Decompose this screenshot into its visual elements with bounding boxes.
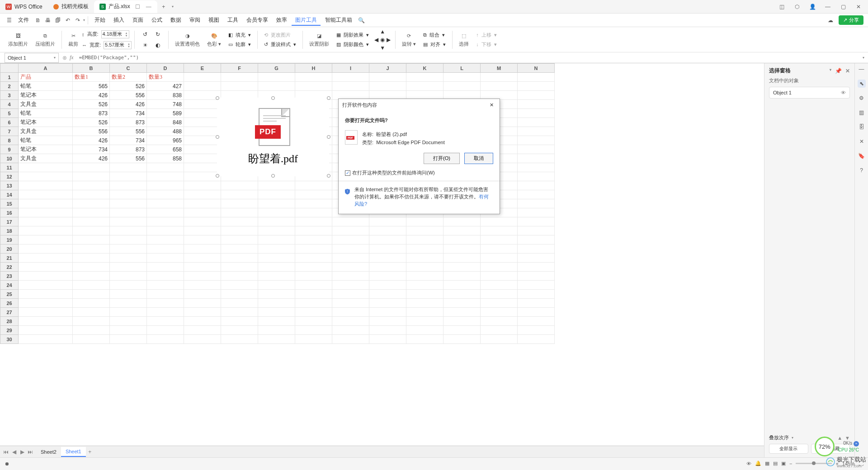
- chevron-down-icon[interactable]: ▾: [54, 56, 56, 60]
- cell[interactable]: [110, 226, 147, 235]
- cell[interactable]: [369, 254, 406, 263]
- cell[interactable]: [147, 308, 184, 317]
- cell[interactable]: [406, 254, 443, 263]
- cell[interactable]: [518, 199, 555, 208]
- cell[interactable]: [406, 244, 443, 254]
- undo-dropdown-icon[interactable]: ▾: [83, 18, 85, 22]
- cell[interactable]: [332, 326, 369, 335]
- cell[interactable]: [518, 235, 555, 244]
- cell[interactable]: [369, 226, 406, 235]
- cell[interactable]: [258, 190, 295, 199]
- cell[interactable]: [184, 100, 221, 109]
- stack-dropdown-icon[interactable]: ▾: [792, 436, 793, 440]
- tab-wps-home[interactable]: W WPS Office: [0, 0, 48, 13]
- cell[interactable]: [295, 254, 332, 263]
- undo-icon[interactable]: ↶: [63, 16, 72, 25]
- dropdown-icon[interactable]: ▾: [830, 68, 831, 74]
- cell[interactable]: [184, 272, 221, 281]
- cell[interactable]: 858: [147, 154, 184, 163]
- cell[interactable]: [406, 235, 443, 244]
- cell[interactable]: 838: [147, 91, 184, 100]
- cell[interactable]: [19, 281, 73, 290]
- cell[interactable]: [147, 290, 184, 299]
- cell[interactable]: [258, 217, 295, 226]
- cell[interactable]: [147, 190, 184, 199]
- resize-handle[interactable]: [271, 96, 275, 100]
- cell[interactable]: [221, 335, 258, 344]
- cell[interactable]: [518, 299, 555, 308]
- row-header[interactable]: 2: [0, 82, 19, 91]
- menu-start[interactable]: 开始: [91, 14, 109, 26]
- cell[interactable]: [406, 317, 443, 326]
- cell[interactable]: 556: [110, 91, 147, 100]
- redo-icon[interactable]: ↷: [73, 16, 82, 25]
- cell[interactable]: [73, 163, 110, 172]
- cell[interactable]: [73, 199, 110, 208]
- cell[interactable]: [443, 299, 481, 308]
- cell[interactable]: [518, 127, 555, 136]
- cell[interactable]: [518, 82, 555, 91]
- cell[interactable]: 426: [110, 100, 147, 109]
- cloud-icon[interactable]: ☁: [826, 16, 835, 25]
- cell[interactable]: [110, 272, 147, 281]
- cell[interactable]: [369, 317, 406, 326]
- cell[interactable]: [443, 281, 481, 290]
- cell[interactable]: [221, 326, 258, 335]
- group-button[interactable]: ⧉组合 ▾: [423, 31, 446, 39]
- cell[interactable]: 文具盒: [19, 127, 73, 136]
- cell[interactable]: [518, 208, 555, 217]
- cell[interactable]: [295, 235, 332, 244]
- object-list-item[interactable]: Object 1 👁: [769, 87, 849, 98]
- cell[interactable]: [147, 181, 184, 190]
- column-header[interactable]: A: [19, 64, 73, 73]
- cell[interactable]: 铅笔: [19, 82, 73, 91]
- cell[interactable]: [110, 290, 147, 299]
- cube-icon[interactable]: ⬡: [791, 1, 803, 13]
- cell[interactable]: [184, 326, 221, 335]
- cell[interactable]: [406, 335, 443, 344]
- cell[interactable]: [110, 163, 147, 172]
- nudge-left-icon[interactable]: ◀: [374, 37, 378, 43]
- formula-dropdown-icon[interactable]: ▾: [859, 56, 868, 60]
- cell[interactable]: [258, 82, 295, 91]
- tab-document[interactable]: S 产品.xlsx ☐ —: [94, 0, 157, 13]
- cell[interactable]: [147, 235, 184, 244]
- menu-page[interactable]: 页面: [129, 14, 147, 26]
- cell[interactable]: [258, 199, 295, 208]
- tools-icon[interactable]: ✕: [858, 137, 866, 146]
- cell[interactable]: [481, 281, 518, 290]
- cell[interactable]: [221, 190, 258, 199]
- cell[interactable]: [332, 281, 369, 290]
- cell[interactable]: [481, 272, 518, 281]
- cell[interactable]: 笔记本: [19, 118, 73, 127]
- cell[interactable]: [221, 217, 258, 226]
- column-header[interactable]: K: [406, 64, 443, 73]
- cell[interactable]: [147, 281, 184, 290]
- bell-icon[interactable]: 🔔: [755, 461, 761, 466]
- cell[interactable]: [518, 118, 555, 127]
- cell[interactable]: [406, 290, 443, 299]
- tab-dropdown-icon[interactable]: ▾: [172, 5, 174, 9]
- cell[interactable]: [184, 199, 221, 208]
- cell[interactable]: 427: [147, 82, 184, 91]
- align-button[interactable]: ▤对齐 ▾: [423, 40, 446, 49]
- row-header[interactable]: 16: [0, 208, 19, 217]
- cell[interactable]: [19, 272, 73, 281]
- cell[interactable]: [518, 100, 555, 109]
- cell[interactable]: [221, 308, 258, 317]
- cell[interactable]: [295, 299, 332, 308]
- cell[interactable]: [184, 244, 221, 254]
- cell[interactable]: [19, 317, 73, 326]
- cell[interactable]: [184, 299, 221, 308]
- collapse-icon[interactable]: —: [858, 65, 866, 73]
- cell[interactable]: [19, 235, 73, 244]
- cell[interactable]: [110, 335, 147, 344]
- menu-formula[interactable]: 公式: [148, 14, 166, 26]
- cell[interactable]: [518, 172, 555, 181]
- cell[interactable]: 965: [147, 136, 184, 145]
- cell[interactable]: [518, 244, 555, 254]
- cell[interactable]: [518, 281, 555, 290]
- cell[interactable]: [481, 290, 518, 299]
- cell[interactable]: [443, 308, 481, 317]
- cell[interactable]: [184, 308, 221, 317]
